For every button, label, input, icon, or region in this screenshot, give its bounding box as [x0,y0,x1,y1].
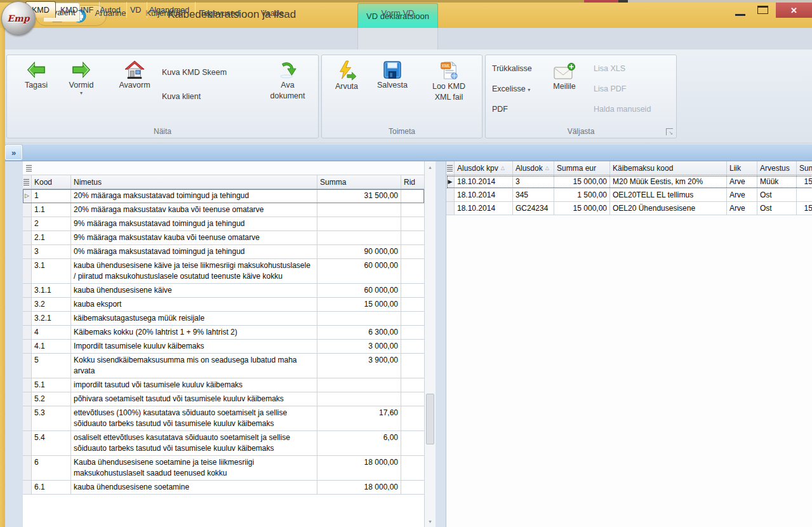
table-row[interactable]: 4.1 Impordilt tasumisele kuuluv käibemak… [23,340,424,354]
sidebar-expander-button[interactable]: » [5,145,22,160]
group-label-naita: Näita [7,127,318,136]
current-row-icon: ▶ [446,175,455,188]
close-button[interactable]: ✕ [776,3,812,18]
tab-tegevused[interactable]: Tegevused [198,4,241,22]
table-row[interactable]: 6 Kauba ühendusesisene soetamine ja teis… [23,456,424,481]
document-tab-strip [0,143,812,161]
group-label-toimeta: Toimeta [322,127,482,136]
table-row[interactable]: 5.3 ettevõtluses (100%) kasutatava sõidu… [23,406,424,431]
xml-file-icon: XML [439,60,458,81]
contextual-tab-area [357,28,438,50]
group-label-valjasta: Väljasta [486,127,676,136]
table-row[interactable]: 1.1 20% määraga maksustatav kauba või te… [23,203,424,217]
table-row[interactable]: 18.10.2014 GC24234 15 000,00 OEL20 Ühend… [446,202,812,215]
back-arrow-icon [27,60,46,79]
column-header-summa[interactable]: Summa [317,175,401,189]
table-row[interactable]: 6.1 kauba ühendusesisene soetamine 18 00… [23,481,424,495]
column-menu-icon [23,179,29,185]
ribbon: Tagasi Vormid ▾ Avavorm Kuva KMD Skeem K… [0,50,812,143]
table-row[interactable]: ▷ 1 20% määraga maksustatavad toimingud … [23,189,424,203]
table-band-row [23,161,424,175]
table-row[interactable]: 5 Kokku sisendkäibemaksusumma mis on sea… [23,354,424,378]
ribbon-group-toimeta: Arvuta Salvesta XML Loo [321,55,483,138]
column-header-alusdok-kpv[interactable]: Alusdok kpv △ [455,161,513,175]
sort-ascending-icon: △ [545,165,549,171]
loo-kmd-xml-button[interactable]: XML Loo KMD XML fail [420,60,478,102]
save-floppy-icon [383,60,402,79]
trukkalisse-button[interactable]: Trükkalisse [492,64,532,73]
table-row[interactable]: 3 0% määraga maksustatavad toimingud ja … [23,245,424,259]
column-header-nimetus[interactable]: Nimetus [71,175,317,189]
lisa-pdf-button[interactable]: Lisa PDF [594,84,626,93]
table-row[interactable]: 18.10.2014 345 1 500,00 OEL20TELL EL tel… [446,189,812,202]
dropdown-icon: ▾ [528,87,530,93]
table-row[interactable]: 3.1 kauba ühendusesisene käive ja teise … [23,259,424,284]
table-row[interactable]: 2.1 9% määraga maksustatav kauba või tee… [23,231,424,245]
vertical-scrollbar[interactable]: ▲ ▼ [424,161,436,527]
ribbon-group-naita: Tagasi Vormid ▾ Avavorm Kuva KMD Skeem K… [6,55,319,138]
svg-text:XML: XML [442,63,451,68]
lisa-xls-button[interactable]: Lisa XLS [594,64,625,73]
excelisse-button[interactable]: Excelisse ▾ [492,84,530,93]
tagasi-button[interactable]: Tagasi [16,60,57,90]
table-row[interactable]: 3.2.1 käibemaksutagastusega müük reisija… [23,312,424,326]
tab-vaade[interactable]: Vaade [255,4,290,22]
column-header-kood[interactable]: Kood [32,175,71,189]
doc-tab-algandmed[interactable]: Algandmed [143,2,196,18]
table-row[interactable]: 5.4 osaliselt ettevõtluses kasutatava sõ… [23,431,424,456]
forward-arrow-icon [72,60,91,79]
halda-manuseid-button[interactable]: Halda manuseid [594,105,651,114]
arvuta-button[interactable]: Arvuta [328,60,365,91]
sort-ascending-icon: △ [501,165,505,171]
column-header-liik[interactable]: Liik [727,161,757,175]
column-header-summa-eur[interactable]: Summa eur [554,161,610,175]
avavorm-button[interactable]: Avavorm [110,60,159,90]
app-logo-button[interactable]: Emp [1,1,36,36]
column-header-summa[interactable]: Summa [797,161,812,175]
open-document-arrow-icon [278,60,297,79]
column-menu-icon [447,165,453,171]
salvesta-button[interactable]: Salvesta [370,60,415,90]
table-header-row: Kood Nimetus Summa Rid [23,175,424,189]
source-documents-table: Alusdok kpv △ Alusdok △ Summa eur Käibem… [446,161,812,527]
close-icon: ✕ [790,6,797,15]
kmd-declaration-table: Kood Nimetus Summa Rid ▷ 1 20% määraga m… [23,161,436,527]
table-row[interactable]: 5.1 impordilt tasutud või tasumisele kuu… [23,378,424,392]
table-row[interactable]: 5.2 põhivara soetamiselt tasutud või tas… [23,392,424,406]
table-row[interactable]: 2 9% määraga maksustatavad toimingud ja … [23,217,424,231]
table-header-row: Alusdok kpv △ Alusdok △ Summa eur Käibem… [446,161,812,175]
lightning-icon [337,60,356,81]
column-header-arvestus[interactable]: Arvestus [757,161,797,175]
doc-tab-kmd-inf[interactable]: KMD-INF [55,2,100,18]
app-logo-text: Emp [7,13,29,23]
email-icon [554,63,575,81]
pdf-button[interactable]: PDF [492,105,508,114]
scroll-up-icon[interactable]: ▲ [425,161,436,173]
table-row[interactable]: 3.1.1 kauba ühendusesisene käive 60 000,… [23,284,424,298]
column-menu-icon[interactable] [26,165,32,171]
kuva-klient-button[interactable]: Kuva klient [162,92,201,101]
chevron-right-icon: » [11,148,16,157]
kuva-kmd-skeem-button[interactable]: Kuva KMD Skeem [162,68,227,77]
house-icon [124,60,145,79]
window-left-border [0,28,5,527]
ava-dokument-button[interactable]: Ava dokument [261,60,314,101]
dropdown-icon: ▾ [80,91,83,95]
current-row-icon: ▷ [23,189,32,203]
ribbon-group-valjasta: Trükkalisse Excelisse ▾ PDF Meilile Lisa… [485,55,677,138]
vormid-button[interactable]: Vormid ▾ [60,60,102,95]
maximize-button[interactable] [757,6,768,14]
table-row[interactable]: 4 Käibemaks kokku (20% lahtrist 1 + 9% l… [23,326,424,340]
tab-vorm-vd[interactable]: Vorm VD [357,4,438,22]
minimize-button[interactable] [735,14,745,16]
table-row[interactable]: ▶ 18.10.2014 3 15 000,00 M20 Müük Eestis… [446,175,812,189]
scrollbar-thumb[interactable] [426,394,434,444]
column-header-rid[interactable]: Rid [401,175,424,189]
meilile-button[interactable]: Meilile [544,63,585,91]
column-header-kaibemaksu-kood[interactable]: Käibemaksu kood [610,161,727,175]
table-row[interactable]: 3.2 kauba eksport 15 000,00 [23,298,424,312]
scroll-down-icon[interactable]: ▼ [425,516,436,527]
doc-tab-autod[interactable]: Autod [94,2,127,18]
column-header-alusdok[interactable]: Alusdok △ [513,161,554,175]
